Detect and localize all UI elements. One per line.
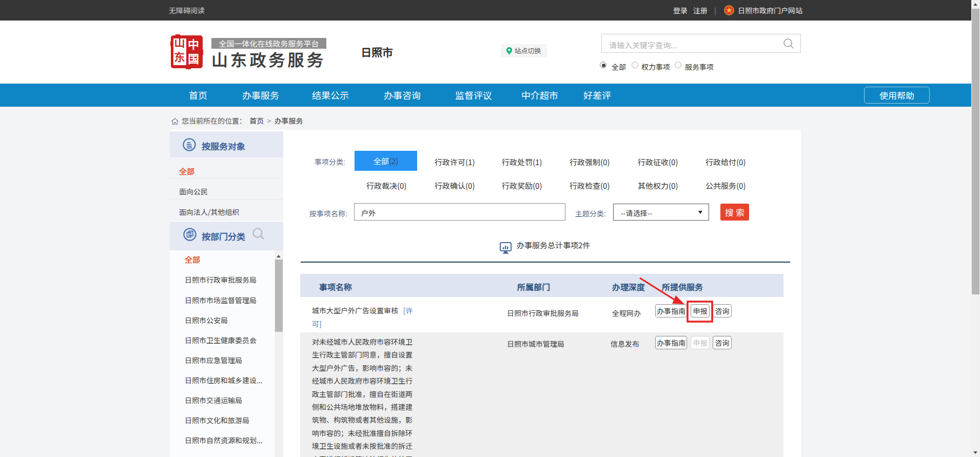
svg-text:国: 国 [188,50,199,66]
svg-text:东: 东 [174,49,185,64]
svg-text:山: 山 [174,34,185,50]
